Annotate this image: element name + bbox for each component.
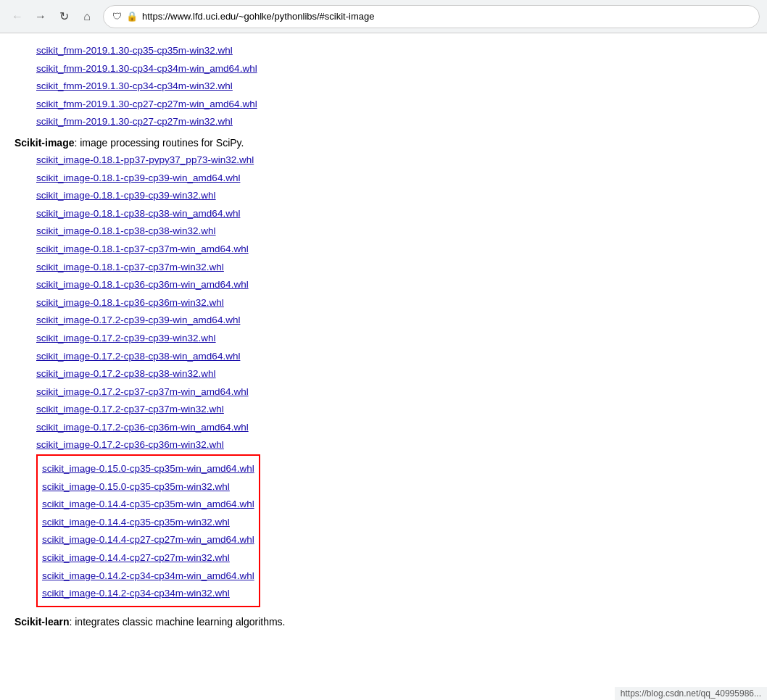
link[interactable]: scikit_fmm-2019.1.30-cp27-cp27m-win_amd6…: [36, 99, 257, 109]
link[interactable]: scikit_image-0.17.2-cp36-cp36m-win32.whl: [36, 439, 224, 450]
list-item: scikit_image-0.14.4-cp27-cp27m-win_amd64…: [42, 531, 254, 548]
list-item: scikit_image-0.17.2-cp37-cp37m-win_amd64…: [36, 383, 753, 400]
scikit-image-header: Scikit-image: image processing routines …: [14, 137, 753, 149]
link[interactable]: scikit_image-0.17.2-cp38-cp38-win_amd64.…: [36, 351, 240, 362]
highlighted-section: scikit_image-0.15.0-cp35-cp35m-win_amd64…: [36, 454, 260, 607]
link[interactable]: scikit_image-0.14.2-cp34-cp34m-win32.whl: [42, 588, 230, 599]
link[interactable]: scikit_fmm-2019.1.30-cp27-cp27m-win32.wh…: [36, 116, 233, 127]
link[interactable]: scikit_image-0.18.1-cp38-cp38-win_amd64.…: [36, 208, 240, 219]
link[interactable]: scikit_image-0.17.2-cp38-cp38-win32.whl: [36, 368, 216, 379]
list-item: scikit_image-0.18.1-cp37-cp37m-win_amd64…: [36, 241, 753, 257]
list-item: scikit_image-0.17.2-cp36-cp36m-win_amd64…: [36, 419, 753, 436]
list-item: scikit_image-0.18.1-cp36-cp36m-win32.whl: [36, 294, 753, 311]
list-item: scikit_image-0.17.2-cp37-cp37m-win32.whl: [36, 401, 753, 417]
list-item: scikit_image-0.14.2-cp34-cp34m-win32.whl: [42, 585, 254, 601]
link[interactable]: scikit_fmm-2019.1.30-cp34-cp34m-win32.wh…: [36, 80, 233, 91]
list-item: scikit_image-0.15.0-cp35-cp35m-win32.whl: [42, 478, 254, 495]
home-button[interactable]: ⌂: [77, 7, 97, 27]
list-item: scikit_fmm-2019.1.30-cp34-cp34m-win32.wh…: [36, 78, 753, 94]
list-item: scikit_image-0.17.2-cp39-cp39-win32.whl: [36, 330, 753, 346]
list-item: scikit_image-0.14.4-cp35-cp35m-win32.whl: [42, 514, 254, 530]
scikit-learn-header: Scikit-learn: integrates classic machine…: [14, 616, 753, 628]
list-item: scikit_image-0.18.1-pp37-pypy37_pp73-win…: [36, 151, 753, 168]
list-item: scikit_image-0.17.2-cp39-cp39-win_amd64.…: [36, 312, 753, 328]
link[interactable]: scikit_image-0.18.1-pp37-pypy37_pp73-win…: [36, 154, 254, 165]
back-button[interactable]: ←: [7, 7, 28, 27]
scikit-fmm-top-list: scikit_fmm-2019.1.30-cp35-cp35m-win32.wh…: [36, 42, 753, 130]
nav-buttons: ← → ↻ ⌂: [7, 7, 97, 27]
list-item: scikit_image-0.17.2-cp38-cp38-win_amd64.…: [36, 348, 753, 364]
link[interactable]: scikit_image-0.14.4-cp27-cp27m-win_amd64…: [42, 534, 254, 545]
list-item: scikit_image-0.18.1-cp39-cp39-win32.whl: [36, 187, 753, 204]
link[interactable]: scikit_image-0.17.2-cp37-cp37m-win_amd64…: [36, 386, 249, 397]
url-text: https://www.lfd.uci.edu/~gohlke/pythonli…: [142, 11, 750, 22]
link[interactable]: scikit_image-0.18.1-cp39-cp39-win_amd64.…: [36, 172, 240, 183]
forward-button[interactable]: →: [30, 7, 51, 27]
refresh-button[interactable]: ↻: [54, 7, 74, 27]
list-item: scikit_image-0.15.0-cp35-cp35m-win_amd64…: [42, 460, 254, 477]
lock-icon: 🔒: [126, 11, 138, 22]
list-item: scikit_image-0.14.4-cp35-cp35m-win_amd64…: [42, 496, 254, 512]
scikit-image-list: scikit_image-0.18.1-pp37-pypy37_pp73-win…: [36, 151, 753, 453]
address-bar[interactable]: 🛡 🔒 https://www.lfd.uci.edu/~gohlke/pyth…: [103, 5, 760, 28]
link[interactable]: scikit_image-0.17.2-cp37-cp37m-win32.whl: [36, 404, 224, 414]
link[interactable]: scikit_image-0.17.2-cp39-cp39-win_amd64.…: [36, 314, 240, 325]
scikit-image-title: Scikit-image: [14, 137, 74, 149]
list-item: scikit_image-0.17.2-cp38-cp38-win32.whl: [36, 365, 753, 382]
scikit-image-highlighted-list: scikit_image-0.15.0-cp35-cp35m-win_amd64…: [42, 460, 254, 601]
page-content: scikit_fmm-2019.1.30-cp35-cp35m-win32.wh…: [0, 33, 767, 700]
link[interactable]: scikit_image-0.15.0-cp35-cp35m-win32.whl: [42, 481, 230, 492]
link[interactable]: scikit_image-0.18.1-cp37-cp37m-win32.whl: [36, 262, 224, 272]
list-item: scikit_fmm-2019.1.30-cp35-cp35m-win32.wh…: [36, 42, 753, 59]
list-item: scikit_image-0.14.4-cp27-cp27m-win32.whl: [42, 549, 254, 566]
list-item: scikit_fmm-2019.1.30-cp34-cp34m-win_amd6…: [36, 60, 753, 77]
list-item: scikit_image-0.18.1-cp39-cp39-win_amd64.…: [36, 170, 753, 186]
link[interactable]: scikit_image-0.15.0-cp35-cp35m-win_amd64…: [42, 463, 254, 474]
list-item: scikit_fmm-2019.1.30-cp27-cp27m-win_amd6…: [36, 96, 753, 112]
list-item: scikit_fmm-2019.1.30-cp27-cp27m-win32.wh…: [36, 113, 753, 130]
status-bar: https://blog.csdn.net/qq_40995986...: [615, 687, 767, 700]
browser-toolbar: ← → ↻ ⌂ 🛡 🔒 https://www.lfd.uci.edu/~goh…: [0, 0, 767, 33]
link[interactable]: scikit_image-0.14.4-cp35-cp35m-win32.whl: [42, 517, 230, 528]
list-item: scikit_image-0.18.1-cp37-cp37m-win32.whl: [36, 259, 753, 275]
link[interactable]: scikit_image-0.17.2-cp39-cp39-win32.whl: [36, 333, 216, 343]
link[interactable]: scikit_image-0.14.2-cp34-cp34m-win_amd64…: [42, 570, 254, 581]
list-item: scikit_image-0.18.1-cp38-cp38-win32.whl: [36, 222, 753, 239]
list-item: scikit_image-0.18.1-cp36-cp36m-win_amd64…: [36, 276, 753, 293]
list-item: scikit_image-0.18.1-cp38-cp38-win_amd64.…: [36, 205, 753, 222]
list-item: scikit_image-0.14.2-cp34-cp34m-win_amd64…: [42, 567, 254, 584]
link[interactable]: scikit_image-0.18.1-cp39-cp39-win32.whl: [36, 190, 216, 201]
scikit-learn-title: Scikit-learn: [14, 616, 69, 628]
link[interactable]: scikit_image-0.18.1-cp36-cp36m-win32.whl: [36, 297, 224, 308]
link[interactable]: scikit_image-0.18.1-cp38-cp38-win32.whl: [36, 225, 216, 236]
status-url: https://blog.csdn.net/qq_40995986...: [621, 688, 761, 699]
list-item: scikit_image-0.17.2-cp36-cp36m-win32.whl: [36, 436, 753, 453]
link[interactable]: scikit_image-0.18.1-cp36-cp36m-win_amd64…: [36, 279, 249, 290]
link[interactable]: scikit_fmm-2019.1.30-cp34-cp34m-win_amd6…: [36, 63, 257, 74]
shield-icon: 🛡: [112, 11, 122, 22]
link[interactable]: scikit_image-0.18.1-cp37-cp37m-win_amd64…: [36, 243, 249, 254]
link[interactable]: scikit_fmm-2019.1.30-cp35-cp35m-win32.wh…: [36, 45, 233, 56]
link[interactable]: scikit_image-0.17.2-cp36-cp36m-win_amd64…: [36, 422, 249, 433]
link[interactable]: scikit_image-0.14.4-cp27-cp27m-win32.whl: [42, 552, 230, 563]
link[interactable]: scikit_image-0.14.4-cp35-cp35m-win_amd64…: [42, 499, 254, 509]
